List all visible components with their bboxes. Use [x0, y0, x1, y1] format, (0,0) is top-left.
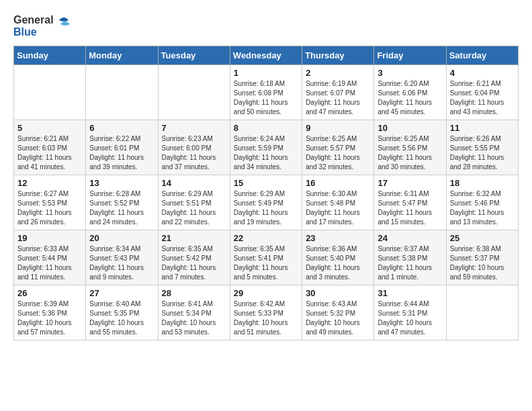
day-number: 14 [162, 178, 226, 188]
weekday-header: Monday [86, 46, 158, 65]
logo-bird-icon [58, 13, 70, 36]
calendar-cell: 1Sunrise: 6:18 AM Sunset: 6:08 PM Daylig… [230, 65, 302, 120]
day-number: 25 [450, 233, 515, 243]
day-info: Sunrise: 6:27 AM Sunset: 5:53 PM Dayligh… [17, 189, 82, 227]
calendar-table: SundayMondayTuesdayWednesdayThursdayFrid… [13, 46, 519, 340]
calendar-cell: 15Sunrise: 6:29 AM Sunset: 5:49 PM Dayli… [230, 175, 302, 230]
day-info: Sunrise: 6:36 AM Sunset: 5:40 PM Dayligh… [306, 244, 370, 282]
calendar-cell: 28Sunrise: 6:41 AM Sunset: 5:34 PM Dayli… [158, 285, 230, 340]
day-number: 5 [17, 123, 82, 133]
weekday-header: Friday [374, 46, 446, 65]
day-info: Sunrise: 6:25 AM Sunset: 5:56 PM Dayligh… [378, 134, 442, 172]
weekday-header: Sunday [14, 46, 86, 65]
calendar-cell: 26Sunrise: 6:39 AM Sunset: 5:36 PM Dayli… [14, 285, 86, 340]
day-info: Sunrise: 6:41 AM Sunset: 5:34 PM Dayligh… [162, 300, 226, 337]
calendar-cell: 17Sunrise: 6:31 AM Sunset: 5:47 PM Dayli… [374, 175, 446, 230]
day-info: Sunrise: 6:24 AM Sunset: 5:59 PM Dayligh… [234, 134, 298, 172]
calendar-cell [86, 65, 158, 120]
calendar-cell: 25Sunrise: 6:38 AM Sunset: 5:37 PM Dayli… [446, 230, 518, 285]
day-info: Sunrise: 6:40 AM Sunset: 5:35 PM Dayligh… [89, 300, 154, 337]
calendar-cell: 21Sunrise: 6:35 AM Sunset: 5:42 PM Dayli… [158, 230, 230, 285]
calendar-cell: 16Sunrise: 6:30 AM Sunset: 5:48 PM Dayli… [302, 175, 374, 230]
day-info: Sunrise: 6:32 AM Sunset: 5:46 PM Dayligh… [450, 189, 515, 227]
calendar-cell: 14Sunrise: 6:29 AM Sunset: 5:51 PM Dayli… [158, 175, 230, 230]
calendar-cell: 13Sunrise: 6:28 AM Sunset: 5:52 PM Dayli… [86, 175, 158, 230]
calendar-cell: 29Sunrise: 6:42 AM Sunset: 5:33 PM Dayli… [230, 285, 302, 340]
calendar-cell: 5Sunrise: 6:21 AM Sunset: 6:03 PM Daylig… [14, 120, 86, 175]
day-info: Sunrise: 6:44 AM Sunset: 5:31 PM Dayligh… [378, 300, 442, 337]
calendar-cell: 19Sunrise: 6:33 AM Sunset: 5:44 PM Dayli… [14, 230, 86, 285]
page-header: GeneralBlue [13, 13, 519, 39]
calendar-week-row: 5Sunrise: 6:21 AM Sunset: 6:03 PM Daylig… [14, 120, 519, 175]
calendar-cell: 10Sunrise: 6:25 AM Sunset: 5:56 PM Dayli… [374, 120, 446, 175]
day-number: 27 [89, 288, 154, 298]
day-number: 28 [162, 288, 226, 298]
day-number: 4 [450, 68, 515, 78]
calendar-header-row: SundayMondayTuesdayWednesdayThursdayFrid… [14, 46, 519, 65]
day-number: 10 [378, 123, 442, 133]
calendar-cell: 7Sunrise: 6:23 AM Sunset: 6:00 PM Daylig… [158, 120, 230, 175]
calendar-week-row: 19Sunrise: 6:33 AM Sunset: 5:44 PM Dayli… [14, 230, 519, 285]
weekday-header: Tuesday [158, 46, 230, 65]
day-info: Sunrise: 6:30 AM Sunset: 5:48 PM Dayligh… [306, 189, 370, 227]
calendar-cell: 12Sunrise: 6:27 AM Sunset: 5:53 PM Dayli… [14, 175, 86, 230]
day-number: 19 [17, 233, 82, 243]
day-number: 1 [234, 68, 298, 78]
calendar-cell: 22Sunrise: 6:35 AM Sunset: 5:41 PM Dayli… [230, 230, 302, 285]
calendar-cell [14, 65, 86, 120]
day-info: Sunrise: 6:18 AM Sunset: 6:08 PM Dayligh… [234, 79, 298, 117]
day-info: Sunrise: 6:43 AM Sunset: 5:32 PM Dayligh… [306, 300, 370, 337]
day-info: Sunrise: 6:31 AM Sunset: 5:47 PM Dayligh… [378, 189, 442, 227]
calendar-cell: 30Sunrise: 6:43 AM Sunset: 5:32 PM Dayli… [302, 285, 374, 340]
day-number: 21 [162, 233, 226, 243]
day-number: 24 [378, 233, 442, 243]
day-info: Sunrise: 6:33 AM Sunset: 5:44 PM Dayligh… [17, 244, 82, 282]
calendar-week-row: 1Sunrise: 6:18 AM Sunset: 6:08 PM Daylig… [14, 65, 519, 120]
logo-blue-label: Blue [13, 26, 54, 38]
day-number: 9 [306, 123, 370, 133]
calendar-cell: 23Sunrise: 6:36 AM Sunset: 5:40 PM Dayli… [302, 230, 374, 285]
calendar-week-row: 26Sunrise: 6:39 AM Sunset: 5:36 PM Dayli… [14, 285, 519, 340]
day-info: Sunrise: 6:29 AM Sunset: 5:49 PM Dayligh… [234, 189, 298, 227]
day-info: Sunrise: 6:34 AM Sunset: 5:43 PM Dayligh… [89, 244, 154, 282]
day-number: 26 [17, 288, 82, 298]
day-info: Sunrise: 6:22 AM Sunset: 6:01 PM Dayligh… [89, 134, 154, 172]
day-info: Sunrise: 6:28 AM Sunset: 5:52 PM Dayligh… [89, 189, 154, 227]
day-info: Sunrise: 6:29 AM Sunset: 5:51 PM Dayligh… [162, 189, 226, 227]
logo-general-label: General [13, 14, 54, 26]
day-info: Sunrise: 6:38 AM Sunset: 5:37 PM Dayligh… [450, 244, 515, 282]
day-number: 3 [378, 68, 442, 78]
day-number: 11 [450, 123, 515, 133]
weekday-header: Wednesday [230, 46, 302, 65]
day-info: Sunrise: 6:20 AM Sunset: 6:06 PM Dayligh… [378, 79, 442, 117]
day-info: Sunrise: 6:35 AM Sunset: 5:42 PM Dayligh… [162, 244, 226, 282]
calendar-week-row: 12Sunrise: 6:27 AM Sunset: 5:53 PM Dayli… [14, 175, 519, 230]
day-number: 30 [306, 288, 370, 298]
day-info: Sunrise: 6:23 AM Sunset: 6:00 PM Dayligh… [162, 134, 226, 172]
day-number: 12 [17, 178, 82, 188]
weekday-header: Thursday [302, 46, 374, 65]
calendar-cell: 18Sunrise: 6:32 AM Sunset: 5:46 PM Dayli… [446, 175, 518, 230]
calendar-cell [446, 285, 518, 340]
day-number: 7 [162, 123, 226, 133]
day-number: 6 [89, 123, 154, 133]
day-number: 29 [234, 288, 298, 298]
day-number: 22 [234, 233, 298, 243]
logo: GeneralBlue [13, 13, 70, 39]
weekday-header: Saturday [446, 46, 518, 65]
day-number: 16 [306, 178, 370, 188]
calendar-cell: 27Sunrise: 6:40 AM Sunset: 5:35 PM Dayli… [86, 285, 158, 340]
day-number: 31 [378, 288, 442, 298]
day-number: 2 [306, 68, 370, 78]
calendar-cell: 20Sunrise: 6:34 AM Sunset: 5:43 PM Dayli… [86, 230, 158, 285]
calendar-cell: 3Sunrise: 6:20 AM Sunset: 6:06 PM Daylig… [374, 65, 446, 120]
day-number: 13 [89, 178, 154, 188]
day-info: Sunrise: 6:37 AM Sunset: 5:38 PM Dayligh… [378, 244, 442, 282]
day-info: Sunrise: 6:39 AM Sunset: 5:36 PM Dayligh… [17, 300, 82, 337]
day-number: 17 [378, 178, 442, 188]
calendar-cell: 8Sunrise: 6:24 AM Sunset: 5:59 PM Daylig… [230, 120, 302, 175]
day-info: Sunrise: 6:21 AM Sunset: 6:04 PM Dayligh… [450, 79, 515, 117]
day-info: Sunrise: 6:21 AM Sunset: 6:03 PM Dayligh… [17, 134, 82, 172]
day-info: Sunrise: 6:26 AM Sunset: 5:55 PM Dayligh… [450, 134, 515, 172]
day-number: 20 [89, 233, 154, 243]
